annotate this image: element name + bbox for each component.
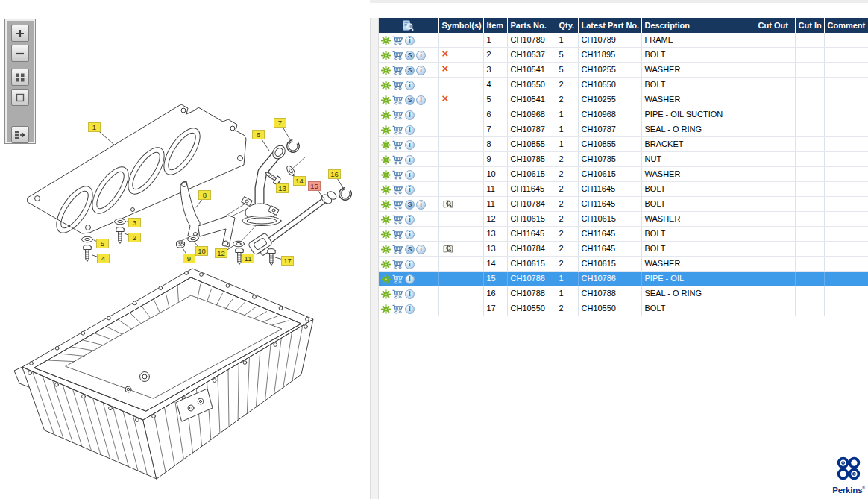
column-header-latest-part-no[interactable]: Latest Part No.	[578, 18, 641, 33]
callout-2[interactable]: 2	[128, 233, 141, 242]
column-header-qty[interactable]: Qty.	[556, 18, 578, 33]
cart-icon[interactable]	[392, 170, 403, 180]
gear-icon[interactable]	[381, 125, 391, 135]
cart-icon[interactable]	[392, 289, 403, 299]
book-magnifier-icon[interactable]	[443, 200, 453, 209]
panel-scrollbar[interactable]	[370, 18, 379, 499]
info-icon[interactable]: i	[405, 110, 415, 120]
parts-table-row-item-13[interactable]: Si13CH107842CH11645BOLT	[379, 242, 868, 257]
parts-table-row-item-7[interactable]: i7CH107871CH10787SEAL - O RING	[379, 122, 868, 137]
gear-icon[interactable]	[381, 304, 391, 314]
info-icon[interactable]: i	[405, 289, 415, 299]
column-header-item[interactable]: Item	[483, 18, 507, 33]
cart-icon[interactable]	[392, 274, 403, 284]
cart-icon[interactable]	[392, 51, 403, 60]
parts-table-row-item-8[interactable]: i8CH108551CH10855BRACKET	[379, 137, 868, 152]
gear-icon[interactable]	[381, 51, 391, 60]
info-icon[interactable]: i	[405, 230, 415, 239]
callout-14[interactable]: 14	[293, 176, 306, 186]
cart-icon[interactable]	[392, 230, 403, 239]
gear-icon[interactable]	[381, 36, 391, 45]
column-header-actions[interactable]	[379, 18, 438, 33]
substitute-icon[interactable]: S	[405, 51, 415, 60]
substitute-icon[interactable]: S	[405, 245, 415, 254]
parts-table-row-item-17[interactable]: i17CH105502CH10550BOLT	[379, 301, 868, 316]
info-icon[interactable]: i	[416, 51, 426, 60]
cart-icon[interactable]	[392, 81, 403, 90]
info-icon[interactable]: i	[405, 155, 415, 165]
zoom-window-button[interactable]	[11, 89, 29, 106]
callout-3[interactable]: 3	[128, 218, 141, 227]
gear-icon[interactable]	[381, 215, 391, 225]
gear-icon[interactable]	[381, 200, 391, 210]
info-icon[interactable]: i	[405, 185, 415, 195]
cart-icon[interactable]	[392, 200, 403, 210]
book-magnifier-icon[interactable]	[443, 245, 453, 254]
callout-15[interactable]: 15	[308, 181, 321, 191]
parts-table-row-item-2[interactable]: Si×2CH105375CH11895BOLT	[379, 48, 868, 63]
column-header-comment[interactable]: Comment	[824, 18, 868, 33]
parts-table-row-item-15[interactable]: i15CH107861CH10786PIPE - OIL	[379, 272, 868, 286]
callout-7[interactable]: 7	[274, 118, 286, 128]
cart-icon[interactable]	[392, 125, 403, 135]
callout-1[interactable]: 1	[88, 122, 101, 132]
info-icon[interactable]: i	[405, 36, 415, 45]
gear-icon[interactable]	[381, 170, 391, 180]
cart-icon[interactable]	[392, 95, 403, 105]
callout-9[interactable]: 9	[183, 254, 195, 263]
cart-icon[interactable]	[392, 215, 403, 225]
cart-icon[interactable]	[392, 140, 403, 150]
gear-icon[interactable]	[381, 110, 391, 120]
callout-13[interactable]: 13	[276, 183, 289, 193]
parts-table-row-item-13[interactable]: i13CH116452CH11645BOLT	[379, 227, 868, 242]
info-icon[interactable]: i	[416, 245, 426, 254]
gear-icon[interactable]	[381, 230, 391, 239]
cart-icon[interactable]	[392, 66, 403, 75]
column-header-description[interactable]: Description	[641, 18, 755, 33]
parts-table-row-item-1[interactable]: i1CH107891CH10789FRAME	[379, 33, 868, 48]
parts-table-row-item-3[interactable]: Si×3CH105415CH10255WASHER	[379, 63, 868, 78]
gear-icon[interactable]	[381, 140, 391, 150]
callout-10[interactable]: 10	[195, 246, 208, 256]
gear-icon[interactable]	[381, 155, 391, 165]
parts-table-row-item-4[interactable]: i4CH105502CH10550BOLT	[379, 78, 868, 92]
callout-17[interactable]: 17	[281, 256, 294, 266]
gear-icon[interactable]	[381, 81, 391, 90]
parts-table-row-item-9[interactable]: i9CH107852CH10785NUT	[379, 152, 868, 167]
callout-16[interactable]: 16	[328, 169, 341, 179]
gear-icon[interactable]	[381, 66, 391, 75]
zoom-in-button[interactable]	[11, 25, 29, 42]
info-icon[interactable]: i	[405, 140, 415, 150]
info-icon[interactable]: i	[405, 215, 415, 225]
gear-icon[interactable]	[381, 289, 391, 299]
gear-icon[interactable]	[381, 274, 391, 284]
parts-table-row-item-10[interactable]: i10CH106152CH10615WASHER	[379, 167, 868, 182]
info-icon[interactable]: i	[405, 304, 415, 314]
cart-icon[interactable]	[392, 304, 403, 314]
cart-icon[interactable]	[392, 245, 403, 254]
parts-table-row-item-12[interactable]: i12CH106152CH10615WASHER	[379, 212, 868, 227]
gear-icon[interactable]	[381, 245, 391, 254]
column-header-cut-out[interactable]: Cut Out	[755, 18, 795, 33]
gear-icon[interactable]	[381, 260, 391, 269]
callout-4[interactable]: 4	[97, 254, 110, 263]
callout-11[interactable]: 11	[242, 254, 254, 263]
callout-5[interactable]: 5	[96, 239, 109, 248]
info-icon[interactable]: i	[416, 200, 426, 210]
column-header-symbols[interactable]: Symbol(s)	[438, 18, 483, 33]
column-header-parts-no[interactable]: Parts No.	[507, 18, 556, 33]
column-header-cut-in[interactable]: Cut In	[795, 18, 824, 33]
parts-table-row-item-16[interactable]: i16CH107881CH10788SEAL - O RING	[379, 286, 868, 301]
cart-icon[interactable]	[392, 110, 403, 120]
info-icon[interactable]: i	[405, 170, 415, 180]
callout-8[interactable]: 8	[198, 190, 211, 200]
cart-icon[interactable]	[392, 155, 403, 165]
substitute-icon[interactable]: S	[405, 95, 415, 105]
zoom-out-button[interactable]	[11, 45, 29, 62]
cart-icon[interactable]	[392, 36, 403, 45]
parts-table-row-item-11[interactable]: Si11CH107842CH11645BOLT	[379, 197, 868, 212]
gear-icon[interactable]	[381, 185, 391, 195]
cart-icon[interactable]	[392, 185, 403, 195]
callout-12[interactable]: 12	[215, 248, 227, 258]
info-icon[interactable]: i	[405, 274, 415, 284]
